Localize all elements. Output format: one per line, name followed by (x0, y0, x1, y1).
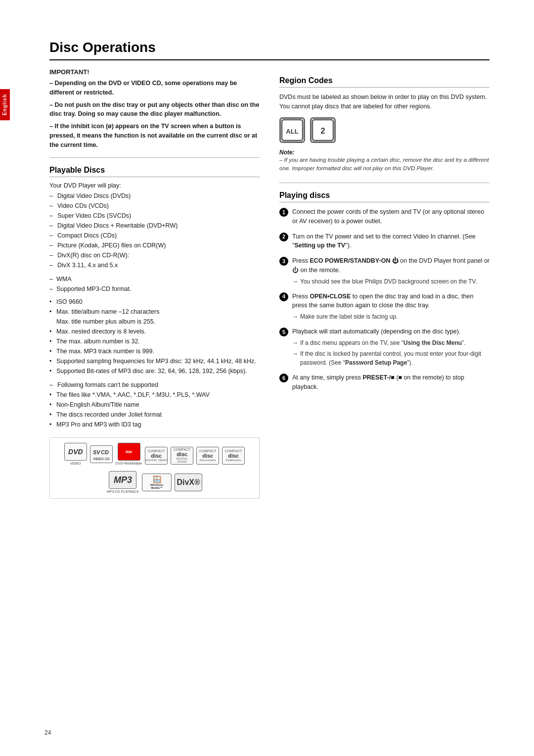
region-icons: ALL 2 (279, 117, 490, 143)
compact-rw-item: COMPACT disc ReWritable (222, 447, 245, 465)
page-number: 24 (44, 729, 51, 736)
step-4-note: → Make sure the label side is facing up. (292, 312, 490, 321)
important-label: IMPORTANT! (49, 68, 260, 76)
playable-dash-list: Digital Video Discs (DVDs) Video CDs (VC… (49, 191, 260, 270)
step-3-note-text: You should see the blue Philips DVD back… (300, 277, 477, 286)
step-5-number: 5 (279, 328, 288, 336)
step-3-note: → You should see the blue Philips DVD ba… (292, 277, 490, 286)
compact-dv-box: COMPACT disc DIGITAL VIDEO (145, 447, 168, 465)
step-3-number: 3 (279, 257, 288, 266)
step-6-content: At any time, simply press PRESET-/■ (■ o… (292, 373, 490, 392)
step-1: 1 Connect the power cords of the system … (279, 207, 490, 226)
compact-r-item: COMPACT disc Recordable (196, 447, 219, 465)
region-2-icon: 2 (310, 117, 336, 143)
step-2-number: 2 (279, 233, 288, 241)
step-5-note-1-text: If a disc menu appears on the TV, see "U… (300, 338, 466, 347)
wma-line: WMA (49, 274, 260, 284)
step-3: 3 Press ECO POWER/STANDBY-ON ⏻ on the DV… (279, 256, 490, 286)
note-label: Note: (279, 149, 490, 156)
compact-r-box: COMPACT disc Recordable (196, 447, 219, 465)
step-2-content: Turn on the TV power and set to the corr… (292, 232, 490, 251)
step-5-note-2: → If the disc is locked by parental cont… (292, 349, 490, 367)
list-item: Super Video CDs (SVCDs) (49, 211, 260, 221)
list-item: The max. MP3 track number is 999. (49, 346, 260, 356)
dvd-logo-box: DVD (64, 443, 87, 461)
region-all-icon: ALL (279, 117, 305, 143)
svg-text:VIDEO CD: VIDEO CD (93, 457, 110, 461)
divx-logo-box: DivX® (175, 473, 202, 491)
dvdrw-logo-box: RW (118, 443, 140, 461)
wm-logo-item: 🪟 WindowsMedia™ (142, 473, 172, 491)
list-item: The discs recorded under Joliet format (49, 410, 260, 420)
svg-text:SV: SV (93, 449, 101, 455)
list-item: Compact Discs (CDs) (49, 231, 260, 240)
playing-discs-section: Playing discs 1 Connect the power cords … (279, 191, 490, 391)
list-item: Video CDs (VCDs) (49, 201, 260, 211)
step-4: 4 Press OPEN•CLOSE to open the disc tray… (279, 292, 490, 322)
list-item: ISO 9660 (49, 297, 260, 307)
playable-bullet-list: ISO 9660 Max. title/album name –12 chara… (49, 297, 260, 376)
important-text: – Depending on the DVD or VIDEO CD, some… (49, 79, 260, 149)
svg-text:2: 2 (321, 127, 325, 135)
step-2: 2 Turn on the TV power and set to the co… (279, 232, 490, 251)
list-item: Digital Video Discs (DVDs) (49, 191, 260, 201)
steps-list: 1 Connect the power cords of the system … (279, 207, 490, 391)
logo-row-2: COMPACT disc DIGITAL VIDEO COMPACT disc … (145, 447, 245, 465)
divx-logo-item: DivX® (175, 473, 202, 491)
language-tab: English (0, 89, 10, 120)
list-item: DivX(R) disc on CD-R(W): (49, 250, 260, 260)
playable-intro: Your DVD Player will play: (49, 182, 260, 189)
dvd-logo-item: DVD VIDEO (64, 443, 87, 465)
compact-da-box: COMPACT disc DIGITAL AUDIO (171, 447, 193, 465)
list-item: Supported sampling frequencies for MP3 d… (49, 356, 260, 366)
mp3cd-line: Supported MP3-CD format. (49, 284, 260, 294)
arrow-sym-4: → (292, 349, 298, 367)
step-5: 5 Playback will start automatically (dep… (279, 327, 490, 367)
left-column: IMPORTANT! – Depending on the DVD or VID… (49, 68, 260, 499)
note-text: – If you are having trouble playing a ce… (279, 156, 490, 173)
following-line: Following formats can't be supported (49, 380, 260, 390)
playing-discs-title: Playing discs (279, 191, 490, 202)
mp3-logo-item: MP3 MP3-CD PLAYBACK (107, 471, 139, 493)
playable-discs-section: Playable Discs Your DVD Player will play… (49, 166, 260, 429)
mp3-logo-box: MP3 (109, 471, 136, 489)
wm-logo-box: 🪟 WindowsMedia™ (142, 473, 172, 491)
svg-text:ALL: ALL (286, 128, 298, 135)
playable-bullet-list2: The files like *.VMA, *.AAC, *.DLF, *.M3… (49, 390, 260, 429)
dvd-label: VIDEO (70, 462, 81, 465)
step-4-note-text: Make sure the label side is facing up. (300, 312, 398, 321)
step-5-content: Playback will start automatically (depen… (292, 327, 490, 367)
dvdrw-label: DVD+ReWritable (116, 462, 142, 465)
list-item: Picture (Kodak, JPEG) files on CDR(W) (49, 240, 260, 250)
list-item: Non-English Album/Title name (49, 400, 260, 410)
right-column: Region Codes DVDs must be labeled as sho… (279, 68, 490, 499)
important-line-2: – Do not push on the disc tray or put an… (49, 100, 260, 119)
region-codes-section: Region Codes DVDs must be labeled as sho… (279, 76, 490, 173)
region-codes-title: Region Codes (279, 76, 490, 88)
list-item: The files like *.VMA, *.AAC, *.DLF, *.M3… (49, 390, 260, 400)
arrow-sym-2: → (292, 312, 298, 321)
list-item: Max. nested directory is 8 levels. (49, 327, 260, 336)
compact-rw-box: COMPACT disc ReWritable (222, 447, 245, 465)
playable-discs-title: Playable Discs (49, 166, 260, 177)
page: English Disc Operations IMPORTANT! – Dep… (0, 0, 534, 756)
step-5-note-2-text: If the disc is locked by parental contro… (300, 349, 490, 367)
important-line-3: – If the inhibit icon (ø) appears on the… (49, 122, 260, 149)
arrow-sym-3: → (292, 338, 298, 347)
mp3-label: MP3-CD PLAYBACK (107, 490, 139, 493)
step-1-number: 1 (279, 208, 288, 217)
list-item: MP3 Pro and MP3 with ID3 tag (49, 420, 260, 429)
svcd-logo-box: SV CD VIDEO CD (90, 445, 113, 463)
compact-da-item: COMPACT disc DIGITAL AUDIO (171, 447, 193, 465)
disc-logos: DVD VIDEO SV CD VIDEO CD (49, 437, 260, 499)
region-codes-text: DVDs must be labeled as shown below in o… (279, 93, 490, 111)
dvdrw-logo-item: RW DVD+ReWritable (116, 443, 142, 465)
list-item: Max. title/album name –12 charactersMax.… (49, 307, 260, 327)
arrow-sym: → (292, 277, 298, 286)
page-title: Disc Operations (49, 40, 490, 60)
important-section: IMPORTANT! – Depending on the DVD or VID… (49, 68, 260, 149)
step-6-number: 6 (279, 374, 288, 382)
list-item: Supported Bit-rates of MP3 disc are: 32,… (49, 366, 260, 376)
list-item: DivX 3.11, 4.x and 5.x (49, 260, 260, 270)
compact-dv-item: COMPACT disc DIGITAL VIDEO (145, 447, 168, 465)
